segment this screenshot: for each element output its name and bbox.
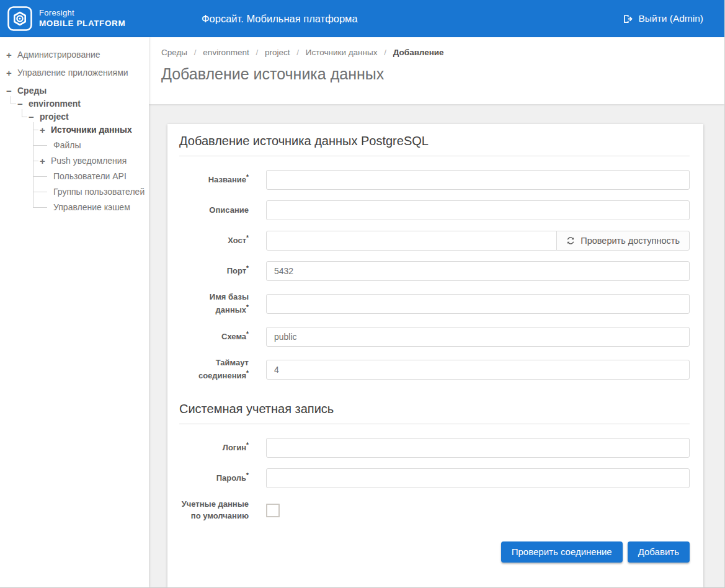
logout-button[interactable]: Выйти (Admin) xyxy=(623,0,703,37)
login-input[interactable] xyxy=(266,438,690,458)
sidebar-item-project[interactable]: project xyxy=(29,112,149,122)
sidebar-item-data-sources[interactable]: Источники данных xyxy=(40,125,149,135)
required-mark: * xyxy=(246,265,249,272)
tree-label: environment xyxy=(29,99,81,109)
form-row-port: Порт* xyxy=(179,261,690,281)
breadcrumb-separator: / xyxy=(190,48,201,57)
sidebar-tree: Администрирование Управление приложениям… xyxy=(0,46,149,224)
brand-text: Foresight MOBILE PLATFORM xyxy=(39,8,125,29)
expand-plus-icon[interactable] xyxy=(6,50,15,60)
default-credentials-label: Учетные данные по умолчанию xyxy=(179,499,249,522)
expand-plus-icon[interactable] xyxy=(40,125,48,135)
password-input[interactable] xyxy=(266,468,690,488)
host-input[interactable] xyxy=(266,231,557,251)
login-label: Логин* xyxy=(179,441,249,454)
page-title: Добавление источника данных xyxy=(161,65,712,83)
name-input[interactable] xyxy=(266,170,690,190)
app-window: Foresight MOBILE PLATFORM Форсайт. Мобил… xyxy=(0,0,725,588)
form-row-schema: Схема* xyxy=(179,327,690,347)
db-name-input[interactable] xyxy=(266,294,690,314)
form-row-timeout: Таймаут соединения* xyxy=(179,357,690,382)
form-row-description: Описание xyxy=(179,200,690,220)
check-availability-button[interactable]: Проверить доступность xyxy=(556,231,690,251)
required-mark: * xyxy=(246,331,249,337)
timeout-input[interactable] xyxy=(266,360,690,380)
sidebar: Администрирование Управление приложениям… xyxy=(0,37,149,587)
breadcrumb-separator: / xyxy=(292,48,303,57)
port-input[interactable] xyxy=(266,261,690,281)
expand-plus-icon[interactable] xyxy=(6,68,15,78)
sidebar-item-app-management[interactable]: Управление приложениями xyxy=(6,68,149,78)
required-mark: * xyxy=(246,472,249,479)
brand-line1: Foresight xyxy=(39,8,125,18)
tree-label: Управление приложениями xyxy=(17,68,128,78)
sidebar-item-files[interactable]: Файлы xyxy=(40,140,149,151)
default-credentials-checkbox[interactable] xyxy=(266,504,280,517)
expand-plus-icon[interactable] xyxy=(40,156,48,166)
sidebar-item-environment[interactable]: environment xyxy=(17,99,149,109)
password-label: Пароль* xyxy=(179,471,249,484)
section-title-postgresql: Добавление источника данных PostgreSQL xyxy=(179,134,690,156)
form-actions: Проверить соединение Добавить xyxy=(179,541,690,563)
brand-line2: MOBILE PLATFORM xyxy=(39,19,125,29)
breadcrumb-item-data-sources[interactable]: Источники данных xyxy=(306,48,378,57)
sidebar-item-cache-management[interactable]: Управление кэшем xyxy=(40,202,149,213)
description-input[interactable] xyxy=(266,200,690,220)
tree-label: Администрирование xyxy=(17,50,100,60)
sidebar-item-api-users[interactable]: Пользователи API xyxy=(40,171,149,182)
breadcrumb-separator: / xyxy=(251,48,262,57)
test-connection-button[interactable]: Проверить соединение xyxy=(501,541,623,563)
breadcrumb-current: Добавление xyxy=(393,48,444,57)
breadcrumb-item-environment[interactable]: environment xyxy=(203,48,249,57)
logout-label: Выйти (Admin) xyxy=(639,13,703,24)
collapse-minus-icon[interactable] xyxy=(29,112,37,122)
tree-label: Среды xyxy=(17,86,47,96)
required-mark: * xyxy=(246,304,249,311)
sidebar-item-user-groups[interactable]: Группы пользователей xyxy=(40,187,149,197)
form-row-login: Логин* xyxy=(179,438,690,458)
logout-icon xyxy=(623,14,633,24)
schema-label: Схема* xyxy=(179,330,249,343)
tree-label: Управление кэшем xyxy=(53,202,130,213)
sidebar-item-environments[interactable]: Среды xyxy=(6,86,149,96)
name-label: Название* xyxy=(179,173,249,186)
tree-label: Push уведомления xyxy=(51,156,127,166)
sidebar-item-administration[interactable]: Администрирование xyxy=(6,50,149,60)
collapse-minus-icon[interactable] xyxy=(17,99,26,109)
collapse-minus-icon[interactable] xyxy=(6,86,15,96)
add-button[interactable]: Добавить xyxy=(628,541,690,563)
sidebar-item-push-notifications[interactable]: Push уведомления xyxy=(40,156,149,166)
db-name-label: Имя базы данных* xyxy=(179,292,249,316)
content-scroll: Добавление источника данных PostgreSQL Н… xyxy=(149,104,724,587)
refresh-icon xyxy=(566,236,575,245)
required-mark: * xyxy=(246,234,249,241)
required-mark: * xyxy=(246,370,249,376)
schema-input[interactable] xyxy=(266,327,690,347)
foresight-logo-icon xyxy=(7,6,32,31)
timeout-label: Таймаут соединения* xyxy=(179,357,249,382)
form-row-password: Пароль* xyxy=(179,468,690,488)
form-row-default-credentials: Учетные данные по умолчанию xyxy=(179,499,690,522)
tree-label: Файлы xyxy=(53,140,81,151)
check-availability-label: Проверить доступность xyxy=(580,236,680,246)
required-mark: * xyxy=(246,174,249,180)
breadcrumb-item-project[interactable]: project xyxy=(265,48,290,57)
app-title: Форсайт. Мобильная платформа xyxy=(202,0,358,37)
breadcrumb-separator: / xyxy=(380,48,391,57)
form-card: Добавление источника данных PostgreSQL Н… xyxy=(167,124,703,587)
form-row-name: Название* xyxy=(179,170,690,190)
required-mark: * xyxy=(246,442,249,448)
brand: Foresight MOBILE PLATFORM xyxy=(0,6,125,31)
tree-label: Пользователи API xyxy=(53,171,127,182)
form-row-host: Хост* Проверить доступность xyxy=(179,231,690,251)
form-row-db-name: Имя базы данных* xyxy=(179,292,690,316)
app-header: Foresight MOBILE PLATFORM Форсайт. Мобил… xyxy=(0,0,724,37)
breadcrumb-item-environments[interactable]: Среды xyxy=(161,48,187,57)
tree-label: Источники данных xyxy=(51,125,132,135)
section-title-system-account: Системная учетная запись xyxy=(179,402,690,424)
port-label: Порт* xyxy=(179,264,249,277)
page-header-band: Среды / environment / project / Источник… xyxy=(149,37,724,104)
tree-label: Группы пользователей xyxy=(53,187,145,197)
content-area: Среды / environment / project / Источник… xyxy=(149,37,724,587)
host-label: Хост* xyxy=(179,234,249,247)
